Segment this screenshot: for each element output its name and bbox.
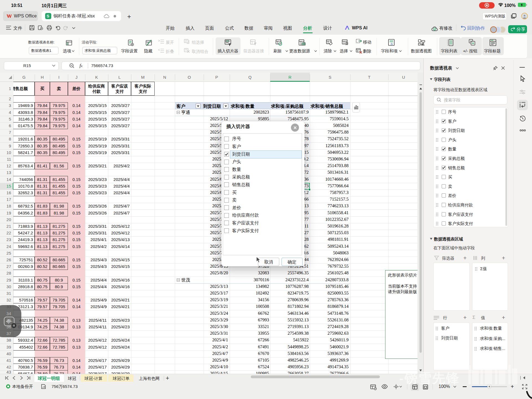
- svg-text:fx: fx: [391, 42, 393, 45]
